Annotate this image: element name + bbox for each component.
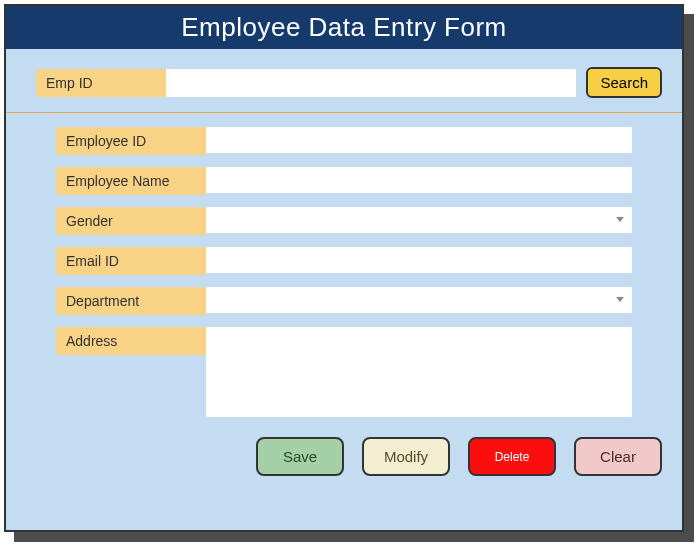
select-department[interactable] — [206, 287, 632, 313]
label-address: Address — [56, 327, 206, 355]
search-label: Emp ID — [36, 69, 166, 97]
input-emp-name[interactable] — [206, 167, 632, 193]
row-address: Address — [56, 327, 662, 417]
label-email: Email ID — [56, 247, 206, 275]
input-emp-id[interactable] — [206, 127, 632, 153]
select-wrap-department — [206, 287, 632, 313]
select-wrap-gender — [206, 207, 632, 233]
label-gender: Gender — [56, 207, 206, 235]
row-department: Department — [56, 287, 662, 315]
form-window: Employee Data Entry Form Emp ID Search E… — [4, 4, 684, 532]
save-button[interactable]: Save — [256, 437, 344, 476]
search-input[interactable] — [166, 69, 576, 97]
row-emp-id: Employee ID — [56, 127, 662, 155]
search-area: Emp ID Search — [6, 49, 682, 113]
delete-button[interactable]: Delete — [468, 437, 556, 476]
label-emp-name: Employee Name — [56, 167, 206, 195]
row-email: Email ID — [56, 247, 662, 275]
form-area: Employee ID Employee Name Gender Email I… — [6, 113, 682, 476]
input-email[interactable] — [206, 247, 632, 273]
search-button[interactable]: Search — [586, 67, 662, 98]
row-gender: Gender — [56, 207, 662, 235]
textarea-address[interactable] — [206, 327, 632, 417]
modify-button[interactable]: Modify — [362, 437, 450, 476]
button-row: Save Modify Delete Clear — [56, 429, 662, 476]
form-title: Employee Data Entry Form — [6, 6, 682, 49]
clear-button[interactable]: Clear — [574, 437, 662, 476]
select-gender[interactable] — [206, 207, 632, 233]
label-department: Department — [56, 287, 206, 315]
label-emp-id: Employee ID — [56, 127, 206, 155]
row-emp-name: Employee Name — [56, 167, 662, 195]
